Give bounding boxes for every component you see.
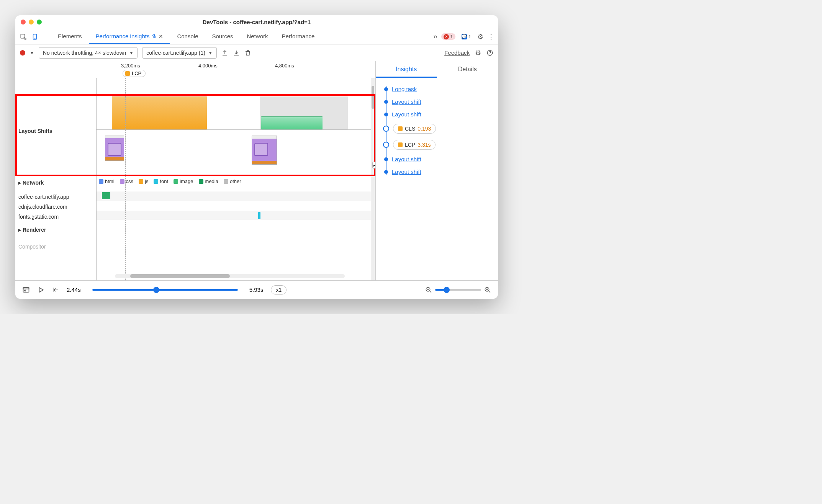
flask-icon: ⚗: [152, 33, 156, 39]
cls-swatch: [398, 126, 403, 131]
tab-details[interactable]: Details: [437, 61, 498, 78]
tabbar-right: » ✕1 💬1 ⚙ ⋮: [434, 32, 495, 41]
bottom-controls: 2.44s 5.93s x1: [15, 280, 498, 299]
close-tab-icon[interactable]: ✕: [159, 33, 163, 39]
network-bar-overlay: [102, 192, 110, 199]
tab-sources[interactable]: Sources: [205, 29, 240, 44]
record-options-caret[interactable]: ▼: [30, 51, 34, 55]
insight-lcp[interactable]: LCP 3.31s: [383, 137, 498, 153]
vertical-scrollbar[interactable]: [371, 78, 375, 280]
svg-point-5: [25, 290, 26, 291]
insight-item[interactable]: Layout shift: [383, 165, 498, 178]
legend-swatch-media: [199, 179, 203, 184]
legend-swatch-css: [120, 179, 124, 184]
tracks: Layout Shifts ▸Network coffee-cart.netli…: [15, 78, 375, 280]
insights-tabs: Insights Details: [376, 61, 498, 78]
window-title: DevTools - coffee-cart.netlify.app/?ad=1: [15, 19, 498, 25]
insight-item[interactable]: Layout shift: [383, 95, 498, 108]
lcp-color-swatch: [125, 71, 130, 76]
play-icon[interactable]: [38, 286, 44, 293]
zoom-out-icon[interactable]: [425, 286, 432, 293]
time-slider[interactable]: [92, 289, 238, 291]
legend-swatch-image: [174, 179, 178, 184]
legend-swatch-font: [154, 179, 158, 184]
lcp-block[interactable]: [112, 97, 207, 129]
error-badge[interactable]: ✕1: [441, 33, 455, 40]
tab-performance-insights[interactable]: Performance insights ⚗ ✕: [89, 29, 170, 44]
green-block-2[interactable]: [261, 116, 323, 129]
go-to-start-icon[interactable]: [52, 286, 59, 293]
throttle-select[interactable]: No network throttling, 4× slowdown▼: [39, 47, 138, 59]
svg-line-13: [489, 291, 490, 293]
screenshot-toggle-icon[interactable]: [22, 286, 30, 294]
tab-console[interactable]: Console: [170, 29, 205, 44]
playhead[interactable]: [125, 78, 126, 280]
layout-shift-thumb[interactable]: [252, 136, 277, 165]
insights-list: Long task Layout shift Layout shift CLS …: [376, 78, 498, 280]
insight-item[interactable]: Layout shift: [383, 153, 498, 165]
devtools-tabbar: Elements Performance insights ⚗ ✕ Consol…: [15, 29, 498, 44]
svg-rect-6: [23, 288, 29, 289]
divider: [97, 129, 371, 130]
track-canvas[interactable]: html css js font image media other: [97, 78, 371, 280]
tab-list: Elements Performance insights ⚗ ✕ Consol…: [51, 29, 321, 44]
import-icon[interactable]: [233, 49, 240, 56]
timeline-area: 3,200ms 4,000ms 4,800ms LCP Layout Shift…: [15, 61, 375, 280]
speed-pill[interactable]: x1: [271, 285, 287, 295]
network-bar-font[interactable]: [258, 212, 260, 219]
zoom-slider[interactable]: [435, 289, 481, 291]
time-start: 2.44s: [67, 286, 81, 293]
row-labels: Layout Shifts ▸Network coffee-cart.netli…: [15, 78, 97, 280]
recording-select[interactable]: coffee-cart.netlify.app (1)▼: [142, 47, 216, 59]
titlebar: DevTools - coffee-cart.netlify.app/?ad=1: [15, 15, 498, 29]
export-icon[interactable]: [221, 49, 228, 56]
tab-insights[interactable]: Insights: [376, 61, 437, 78]
time-end: 5.93s: [249, 286, 264, 293]
feedback-link[interactable]: Feedback: [444, 49, 470, 56]
horizontal-scrollbar[interactable]: [115, 274, 345, 278]
tab-elements[interactable]: Elements: [51, 29, 89, 44]
lcp-swatch: [398, 142, 403, 147]
svg-line-9: [430, 291, 431, 293]
panel-settings-icon[interactable]: ⚙: [475, 49, 481, 57]
panel-collapse-toggle[interactable]: ▸: [372, 162, 375, 169]
kebab-icon[interactable]: ⋮: [487, 32, 495, 41]
more-tabs-icon[interactable]: »: [434, 33, 437, 41]
layout-shift-thumb[interactable]: [105, 136, 124, 161]
legend-swatch-other: [224, 179, 228, 184]
row-label-layoutshifts: Layout Shifts: [18, 128, 52, 134]
inspect-icon[interactable]: [18, 32, 28, 42]
delete-icon[interactable]: [244, 49, 251, 56]
ruler-tick: 4,000ms: [198, 63, 218, 69]
insights-toolbar: ▼ No network throttling, 4× slowdown▼ co…: [15, 44, 498, 61]
time-ruler: 3,200ms 4,000ms 4,800ms LCP: [15, 61, 375, 78]
insight-cls[interactable]: CLS 0.193: [383, 121, 498, 137]
lcp-marker[interactable]: LCP: [123, 70, 146, 77]
help-icon[interactable]: [486, 49, 493, 56]
devtools-window: DevTools - coffee-cart.netlify.app/?ad=1…: [15, 15, 498, 299]
record-button[interactable]: [20, 50, 25, 56]
insights-panel: Insights Details Long task Layout shift …: [375, 61, 498, 280]
legend-swatch-html: [99, 179, 103, 184]
network-host: coffee-cart.netlify.app: [18, 194, 69, 200]
insight-item[interactable]: Long task: [383, 83, 498, 95]
row-label-network[interactable]: ▸Network: [18, 180, 44, 186]
insight-item[interactable]: Layout shift: [383, 108, 498, 121]
tab-network[interactable]: Network: [240, 29, 275, 44]
network-host: cdnjs.cloudflare.com: [18, 204, 67, 210]
tab-performance[interactable]: Performance: [275, 29, 322, 44]
net-row-bg: [97, 211, 371, 220]
divider: [43, 32, 43, 41]
net-row-bg: [97, 191, 371, 201]
zoom-in-icon[interactable]: [484, 286, 491, 293]
main-split: 3,200ms 4,000ms 4,800ms LCP Layout Shift…: [15, 61, 498, 280]
svg-rect-4: [23, 288, 29, 292]
network-legend: html css js font image media other: [99, 178, 241, 184]
gear-icon[interactable]: ⚙: [477, 33, 483, 41]
device-toggle-icon[interactable]: [30, 32, 40, 42]
zoom-controls: [425, 286, 491, 293]
row-label-compositor[interactable]: Compositor: [18, 244, 46, 250]
message-badge[interactable]: 💬1: [459, 33, 473, 40]
row-label-renderer[interactable]: ▸Renderer: [18, 227, 46, 233]
network-host: fonts.gstatic.com: [18, 214, 59, 220]
